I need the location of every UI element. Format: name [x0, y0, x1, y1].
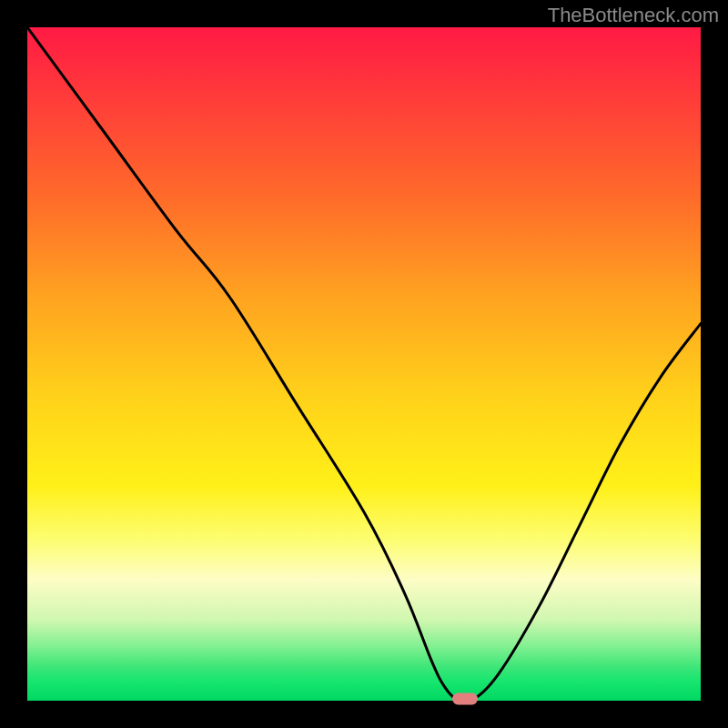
watermark-text: TheBottleneck.com — [548, 4, 719, 27]
bottleneck-curve — [27, 27, 701, 701]
plot-area — [27, 27, 701, 701]
curve-line — [27, 27, 701, 701]
bottleneck-chart: TheBottleneck.com — [0, 0, 728, 728]
minimum-marker — [452, 693, 478, 705]
